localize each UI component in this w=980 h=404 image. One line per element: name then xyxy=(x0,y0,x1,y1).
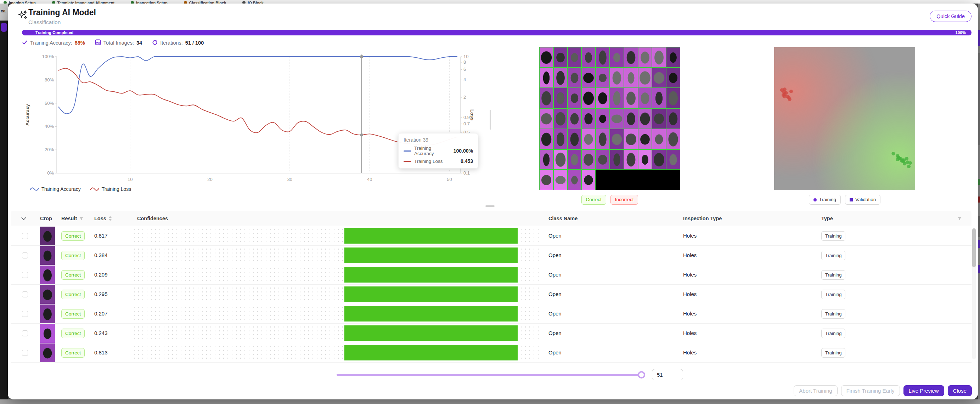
sample-crop-thumbnail[interactable] xyxy=(596,108,610,129)
training-chart[interactable]: 10203040500%20%40%60%80%100%1086420.90.7… xyxy=(22,49,493,190)
column-header-result[interactable]: Result xyxy=(61,211,84,226)
sample-crop-thumbnail[interactable] xyxy=(610,88,624,108)
panel-splitter-handle[interactable] xyxy=(490,110,491,130)
sample-crop-thumbnail[interactable] xyxy=(610,68,624,88)
crop-thumbnail[interactable] xyxy=(40,344,55,362)
sample-crop-thumbnail[interactable] xyxy=(539,108,554,129)
table-row[interactable]: Correct0.817OpenHolesTraining xyxy=(11,226,972,246)
crop-thumbnail[interactable] xyxy=(40,227,55,246)
sample-crop-thumbnail[interactable] xyxy=(624,47,638,68)
section-resize-handle[interactable] xyxy=(485,205,495,207)
row-checkbox[interactable] xyxy=(22,311,28,317)
sample-crop-thumbnail[interactable] xyxy=(624,149,638,170)
sample-crop-thumbnail[interactable] xyxy=(624,129,638,149)
sample-crop-thumbnail[interactable] xyxy=(666,68,680,88)
column-header-inspection-type[interactable]: Inspection Type xyxy=(683,211,722,226)
sample-crop-thumbnail[interactable] xyxy=(581,47,596,68)
table-row[interactable]: Correct0.295OpenHolesTraining xyxy=(11,285,972,304)
sample-crop-thumbnail[interactable] xyxy=(568,149,582,170)
sample-crop-thumbnail[interactable] xyxy=(581,108,596,129)
sample-crop-thumbnail[interactable] xyxy=(539,68,554,88)
column-header-confidences[interactable]: Confidences xyxy=(137,211,168,226)
close-button[interactable]: Close xyxy=(948,385,972,396)
sample-crop-thumbnail[interactable] xyxy=(652,149,666,170)
embedding-legend-training[interactable]: Training xyxy=(809,195,841,204)
column-header-type[interactable]: Type xyxy=(821,211,833,226)
sample-crop-thumbnail[interactable] xyxy=(554,170,568,190)
column-header-crop[interactable]: Crop xyxy=(40,211,52,226)
sample-crop-thumbnail[interactable] xyxy=(666,108,680,129)
table-scrollbar-thumb[interactable] xyxy=(972,228,976,267)
sample-crop-thumbnail[interactable] xyxy=(666,129,680,149)
live-preview-button[interactable]: Live Preview xyxy=(904,385,944,396)
sample-crop-thumbnail[interactable] xyxy=(652,88,666,108)
row-checkbox[interactable] xyxy=(22,330,28,336)
sample-crop-thumbnail[interactable] xyxy=(581,88,596,108)
legend-item-training-loss[interactable]: Training Loss xyxy=(90,186,132,192)
sample-crop-thumbnail[interactable] xyxy=(581,129,596,149)
sample-crop-thumbnail[interactable] xyxy=(610,149,624,170)
sort-icon[interactable] xyxy=(108,215,112,221)
filter-icon[interactable] xyxy=(79,216,84,221)
iteration-slider-track[interactable] xyxy=(337,374,645,375)
sample-crop-thumbnail[interactable] xyxy=(624,108,638,129)
sample-crop-thumbnail[interactable] xyxy=(539,88,554,108)
sample-crop-thumbnail[interactable] xyxy=(568,108,582,129)
sample-crop-thumbnail[interactable] xyxy=(610,129,624,149)
correct-filter-button[interactable]: Correct xyxy=(581,195,606,204)
row-checkbox[interactable] xyxy=(22,252,28,258)
sample-crop-thumbnail[interactable] xyxy=(568,68,582,88)
sample-crop-thumbnail[interactable] xyxy=(568,88,582,108)
column-header-loss[interactable]: Loss xyxy=(94,211,112,226)
table-filter-icon[interactable] xyxy=(957,211,962,226)
sample-crop-thumbnail[interactable] xyxy=(596,68,610,88)
sample-crop-thumbnail[interactable] xyxy=(638,88,652,108)
table-row[interactable]: Correct0.243OpenHolesTraining xyxy=(11,324,972,343)
sample-crop-thumbnail[interactable] xyxy=(539,149,554,170)
sample-crop-thumbnail[interactable] xyxy=(666,149,680,170)
sample-crop-thumbnail[interactable] xyxy=(581,68,596,88)
sample-crop-thumbnail[interactable] xyxy=(610,47,624,68)
sample-crop-thumbnail[interactable] xyxy=(539,129,554,149)
sample-crop-thumbnail[interactable] xyxy=(652,129,666,149)
sample-crop-thumbnail[interactable] xyxy=(554,129,568,149)
crop-thumbnail[interactable] xyxy=(40,304,55,323)
sample-crop-thumbnail[interactable] xyxy=(568,129,582,149)
sample-crop-thumbnail[interactable] xyxy=(652,47,666,68)
sample-crop-thumbnail[interactable] xyxy=(666,88,680,108)
sample-crop-thumbnail[interactable] xyxy=(554,149,568,170)
sample-crop-thumbnail[interactable] xyxy=(554,68,568,88)
sample-crop-thumbnail[interactable] xyxy=(638,108,652,129)
table-row[interactable]: Correct0.813OpenHolesTraining xyxy=(11,343,972,363)
row-checkbox[interactable] xyxy=(22,272,28,278)
embedding-plot[interactable] xyxy=(774,47,915,190)
embedding-legend-validation[interactable]: Validation xyxy=(845,195,880,204)
crop-thumbnail[interactable] xyxy=(40,246,55,265)
column-header-class-name[interactable]: Class Name xyxy=(549,211,578,226)
crop-thumbnail[interactable] xyxy=(40,324,55,343)
table-row[interactable]: Correct0.209OpenHolesTraining xyxy=(11,265,972,285)
legend-item-training-accuracy[interactable]: Training Accuracy xyxy=(30,186,81,192)
iteration-value-input[interactable] xyxy=(652,369,683,380)
sample-crop-thumbnail[interactable] xyxy=(610,108,624,129)
sample-crop-thumbnail[interactable] xyxy=(596,129,610,149)
sample-crop-thumbnail[interactable] xyxy=(624,68,638,88)
sample-crop-thumbnail[interactable] xyxy=(624,88,638,108)
incorrect-filter-button[interactable]: Incorrect xyxy=(611,195,638,204)
sample-crop-thumbnail[interactable] xyxy=(666,47,680,68)
table-scrollbar[interactable] xyxy=(972,228,976,360)
sample-crop-thumbnail[interactable] xyxy=(652,68,666,88)
sample-crop-thumbnail[interactable] xyxy=(554,47,568,68)
sample-crop-thumbnail[interactable] xyxy=(539,170,554,190)
iteration-slider-handle[interactable] xyxy=(638,371,645,379)
sample-crop-thumbnail[interactable] xyxy=(638,68,652,88)
sample-crop-thumbnail[interactable] xyxy=(568,47,582,68)
sample-crop-thumbnail[interactable] xyxy=(554,88,568,108)
sample-crop-thumbnail[interactable] xyxy=(539,47,554,68)
sample-crop-thumbnail[interactable] xyxy=(581,149,596,170)
sample-crop-thumbnail[interactable] xyxy=(554,108,568,129)
table-row[interactable]: Correct0.207OpenHolesTraining xyxy=(11,304,972,324)
row-checkbox[interactable] xyxy=(22,350,28,356)
sample-crop-thumbnail[interactable] xyxy=(638,129,652,149)
crop-thumbnail[interactable] xyxy=(40,266,55,284)
